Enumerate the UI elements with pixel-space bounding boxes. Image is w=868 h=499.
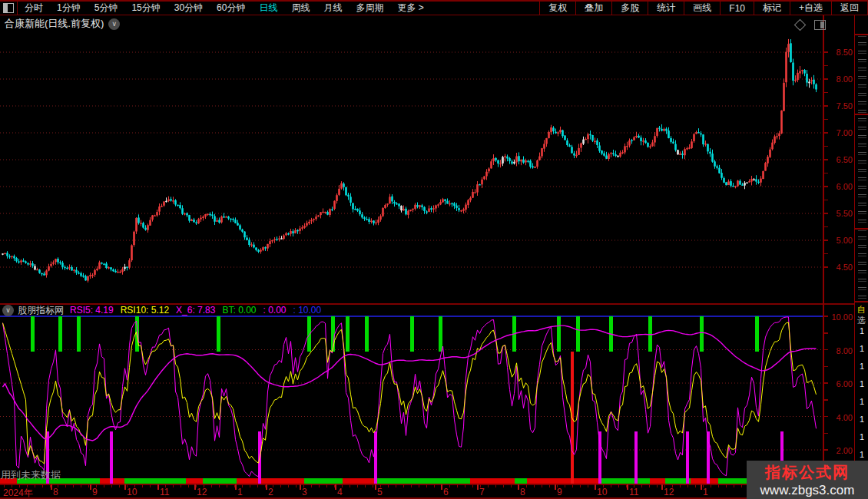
strip-digit: 1 [860,432,864,441]
period-tab[interactable]: 30分钟 [167,2,210,15]
strip-digit: 1 [860,362,864,371]
month-label: 8 [520,487,525,497]
strip-digit: 1 [860,379,864,388]
watermark-url: www.zbgs3.com [747,483,868,498]
toolbar-button[interactable]: F10 [720,2,754,15]
strip-sub-label: 选 [857,315,866,326]
period-tab[interactable]: 分时 [18,2,50,15]
price-axis-label: 7.00 [825,128,853,137]
watermark: 指标公式网 www.zbgs3.com [747,461,868,499]
month-label: 11 [160,487,169,497]
split-view-icon[interactable] [814,20,826,30]
strip-digit: 1 [860,326,864,335]
stock-title: 合康新能(日线.前复权) [5,17,104,31]
price-axis-label: 6.00 [825,182,853,191]
period-tabs: 分时1分钟5分钟15分钟30分钟60分钟日线周线月线多周期更多 > [18,2,431,15]
period-tab[interactable]: 月线 [316,2,349,15]
toolbar-button[interactable]: 多股 [611,2,648,15]
chevron-down-icon[interactable]: ∨ [108,18,120,30]
strip-digit: 1 [860,450,864,459]
period-tab[interactable]: 5分钟 [88,2,125,15]
toolbar-button[interactable]: 叠加 [575,2,611,15]
indicator-value: X_6: 7.83 [176,305,215,316]
indicator-value: RSI10: 5.12 [121,305,169,316]
month-label: 10 [597,487,607,497]
indicator-axis-label: 4.00 [825,413,853,422]
indicator-value: RSI5: 4.19 [70,305,114,316]
future-data-warning: 用到未来数据 [1,468,61,482]
strip-digit: 1 [860,397,864,406]
right-side-strip[interactable]: 自 选 111111111 [854,15,868,499]
indicator-axis-label: 8.00 [825,346,853,355]
toolbar-button[interactable]: 标记 [754,2,790,15]
strip-digit: 1 [860,415,864,424]
month-label: 1 [237,487,243,497]
toolbar-buttons: 复权叠加多股统计画线F10标记+自选返回 [539,2,868,15]
indicator-value: : 10.00 [293,305,322,316]
month-label: 10 [127,487,137,497]
price-axis-label: 5.00 [825,236,853,245]
indicator-axis-label: 6.00 [825,379,853,388]
month-label: 5 [377,487,383,497]
month-label: 9 [92,487,98,497]
indicator-axis-label: 2.00 [825,446,853,455]
period-tab[interactable]: 日线 [252,2,284,15]
period-tab[interactable]: 60分钟 [210,2,252,15]
year-label: 2024年 [3,487,33,499]
price-axis-label: 7.50 [825,101,853,111]
month-label: 1 [703,487,708,497]
month-label: 11 [629,487,638,497]
layout-icon[interactable] [0,2,18,15]
period-tab[interactable]: 多周期 [349,2,390,15]
toolbar-button[interactable]: 画线 [684,2,720,15]
month-label: 9 [557,487,562,497]
period-tab[interactable]: 15分钟 [124,2,167,15]
month-label: 12 [664,487,674,497]
watermark-title: 指标公式网 [747,462,868,483]
price-axis-label: 4.50 [825,263,853,272]
top-toolbar: 分时1分钟5分钟15分钟30分钟60分钟日线周线月线多周期更多 > 复权叠加多股… [0,0,868,15]
toolbar-button[interactable]: +自选 [790,2,831,15]
indicator-header: ∨ 股朋指标网 RSI5: 4.19RSI10: 5.12X_6: 7.83BT… [2,305,328,316]
toolbar-button[interactable]: 统计 [648,2,684,15]
strip-digit: 1 [860,344,864,353]
month-label: 6 [443,487,449,497]
period-tab[interactable]: 1分钟 [50,2,88,15]
month-label: 3 [302,487,307,497]
month-label: 7 [479,487,485,497]
toolbar-button[interactable]: 复权 [539,2,575,15]
month-label: 4 [337,487,343,497]
diamond-icon[interactable] [794,19,807,31]
indicator-axis-label: 10.00 [825,312,853,322]
stock-title-row: 合康新能(日线.前复权) ∨ [5,17,120,31]
chart-canvas[interactable] [0,0,868,499]
price-axis-label: 8.50 [825,48,853,57]
indicator-name[interactable]: 股朋指标网 [18,304,64,317]
indicator-chevron-icon[interactable]: ∨ [2,305,14,316]
month-label: 8 [53,487,58,497]
window-icons [796,20,826,30]
strip-fav-label: 自 [857,304,866,316]
tdx-window: 分时1分钟5分钟15分钟30分钟60分钟日线周线月线多周期更多 > 复权叠加多股… [0,0,868,499]
toolbar-button[interactable]: 返回 [831,2,868,15]
indicator-value: BT: 0.00 [222,305,256,316]
month-label: 2 [268,487,273,497]
month-label: 12 [197,487,207,497]
indicator-value: : 0.00 [263,305,286,316]
price-axis-label: 6.50 [825,155,853,164]
price-axis-label: 8.00 [825,74,853,84]
period-tab[interactable]: 周线 [284,2,316,15]
period-tab[interactable]: 更多 > [390,2,430,15]
price-axis-label: 5.50 [825,209,853,218]
